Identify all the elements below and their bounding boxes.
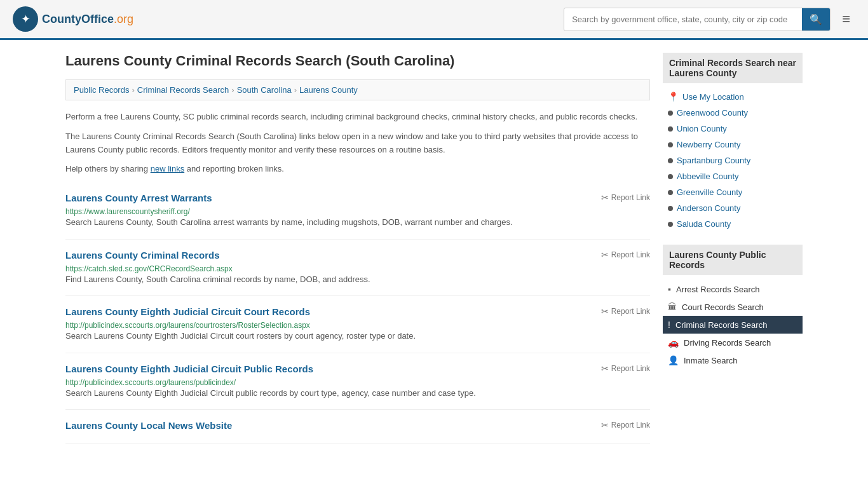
result-desc-1: Find Laurens County, South Carolina crim… — [65, 273, 650, 286]
nearby-county-5[interactable]: Greenville County — [663, 184, 803, 200]
breadcrumb: Public Records › Criminal Records Search… — [65, 79, 650, 100]
public-records-arrest[interactable]: ▪ Arrest Records Search — [663, 280, 803, 298]
result-url-0[interactable]: https://www.laurenscountysheriff.org/ — [65, 207, 190, 216]
dot-icon-6 — [668, 206, 673, 211]
result-item-3: Laurens County Eighth Judicial Circuit P… — [65, 353, 650, 410]
dot-icon-1 — [668, 126, 673, 132]
header-right: 🔍 ≡ — [564, 8, 855, 31]
report-link-1[interactable]: ✂ Report Link — [601, 250, 650, 260]
search-bar: 🔍 — [564, 8, 831, 31]
nearby-county-1[interactable]: Union County — [663, 121, 803, 137]
page-title: Laurens County Criminal Records Search (… — [65, 53, 650, 69]
result-url-2[interactable]: http://publicindex.sccourts.org/laurens/… — [65, 321, 310, 330]
report-link-2[interactable]: ✂ Report Link — [601, 306, 650, 316]
dot-icon-5 — [668, 190, 673, 195]
inmate-icon: 👤 — [668, 355, 679, 365]
report-icon-1: ✂ — [601, 250, 609, 260]
result-item-0: Laurens County Arrest Warrants ✂ Report … — [65, 182, 650, 240]
result-item-2: Laurens County Eighth Judicial Circuit C… — [65, 296, 650, 353]
breadcrumb-county[interactable]: Laurens County — [299, 85, 358, 95]
result-url-3[interactable]: http://publicindex.sccourts.org/laurens/… — [65, 378, 236, 387]
location-pin-icon: 📍 — [668, 92, 679, 102]
nearby-county-3[interactable]: Spartanburg County — [663, 152, 803, 168]
dot-icon-3 — [668, 158, 673, 163]
breadcrumb-state[interactable]: South Carolina — [237, 85, 292, 95]
result-item-4: Laurens County Local News Website ✂ Repo… — [65, 410, 650, 444]
dot-icon-7 — [668, 222, 673, 227]
public-records-criminal[interactable]: ! Criminal Records Search — [663, 316, 803, 334]
result-title-3[interactable]: Laurens County Eighth Judicial Circuit P… — [65, 363, 313, 374]
nearby-county-7[interactable]: Saluda County — [663, 216, 803, 232]
main-container: Laurens County Criminal Records Search (… — [53, 40, 815, 457]
driving-icon: 🚗 — [668, 337, 679, 348]
breadcrumb-public-records[interactable]: Public Records — [74, 85, 129, 95]
result-title-4[interactable]: Laurens County Local News Website — [65, 420, 232, 431]
nearby-county-6[interactable]: Anderson County — [663, 200, 803, 216]
report-link-0[interactable]: ✂ Report Link — [601, 193, 650, 203]
result-item-1: Laurens County Criminal Records ✂ Report… — [65, 240, 650, 297]
public-records-driving[interactable]: 🚗 Driving Records Search — [663, 334, 803, 351]
result-desc-0: Search Laurens County, South Carolina ar… — [65, 216, 650, 229]
nearby-county-2[interactable]: Newberry County — [663, 137, 803, 152]
result-title-2[interactable]: Laurens County Eighth Judicial Circuit C… — [65, 306, 310, 317]
dot-icon-2 — [668, 142, 673, 147]
search-input[interactable] — [564, 10, 802, 29]
report-icon-4: ✂ — [601, 420, 609, 430]
result-url-1[interactable]: https://catch.sled.sc.gov/CRCRecordSearc… — [65, 264, 233, 273]
description-3: Help others by sharing new links and rep… — [65, 163, 650, 176]
new-links-link[interactable]: new links — [151, 164, 184, 173]
nearby-county-0[interactable]: Greenwood County — [663, 105, 803, 121]
search-button[interactable]: 🔍 — [802, 8, 830, 30]
description-2: The Laurens County Criminal Records Sear… — [65, 130, 650, 157]
public-records-title: Laurens County Public Records — [663, 245, 803, 275]
logo-text: CountyOffice.org — [42, 13, 133, 26]
result-desc-3: Search Laurens County Eighth Judicial Ci… — [65, 387, 650, 400]
breadcrumb-criminal-records[interactable]: Criminal Records Search — [137, 85, 229, 95]
menu-icon[interactable]: ≡ — [837, 8, 855, 30]
nearby-section-title: Criminal Records Search near Laurens Cou… — [663, 53, 803, 83]
report-icon-0: ✂ — [601, 193, 609, 203]
logo-area: ✦ CountyOffice.org — [13, 6, 133, 32]
dot-icon-4 — [668, 174, 673, 179]
report-icon-2: ✂ — [601, 306, 609, 316]
public-records-section: Laurens County Public Records ▪ Arrest R… — [663, 245, 803, 369]
nearby-section: Criminal Records Search near Laurens Cou… — [663, 53, 803, 232]
public-records-inmate[interactable]: 👤 Inmate Search — [663, 351, 803, 369]
dot-icon-0 — [668, 111, 673, 116]
public-records-court[interactable]: 🏛 Court Records Search — [663, 298, 803, 316]
report-link-4[interactable]: ✂ Report Link — [601, 420, 650, 430]
report-link-3[interactable]: ✂ Report Link — [601, 363, 650, 374]
criminal-icon: ! — [668, 320, 670, 330]
arrest-icon: ▪ — [668, 284, 671, 294]
description-1: Perform a free Laurens County, SC public… — [65, 111, 650, 124]
use-my-location-link[interactable]: 📍 Use My Location — [663, 88, 803, 105]
result-title-0[interactable]: Laurens County Arrest Warrants — [65, 193, 212, 203]
result-desc-2: Search Laurens County Eighth Judicial Ci… — [65, 330, 650, 342]
court-icon: 🏛 — [668, 302, 677, 312]
nearby-county-4[interactable]: Abbeville County — [663, 168, 803, 184]
report-icon-3: ✂ — [601, 363, 609, 374]
header: ✦ CountyOffice.org 🔍 ≡ — [0, 0, 868, 40]
sidebar: Criminal Records Search near Laurens Cou… — [663, 53, 803, 444]
content-area: Laurens County Criminal Records Search (… — [65, 53, 650, 444]
result-title-1[interactable]: Laurens County Criminal Records — [65, 250, 220, 261]
logo-icon: ✦ — [13, 6, 38, 32]
